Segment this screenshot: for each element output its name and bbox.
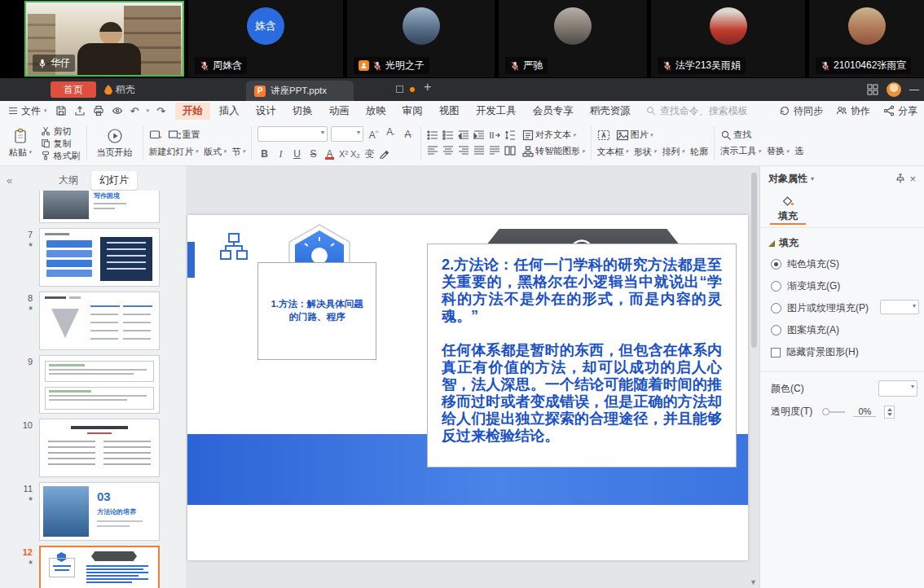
play-from-current-button[interactable]: 当页开始 [93,127,137,160]
paste-button[interactable]: 粘贴▾ [5,127,36,160]
font-color-button[interactable]: A [323,147,337,160]
save-icon[interactable] [55,105,67,116]
docer-tab-button[interactable]: 稻壳 [104,81,135,98]
collapse-sidebar-icon[interactable]: « [7,174,12,186]
find-button[interactable]: 查找 [720,129,751,141]
cut-button[interactable]: 剪切 [41,126,81,136]
home-tab-button[interactable]: 首页 [51,81,96,98]
new-tab-button[interactable]: + [424,80,431,94]
tab-home[interactable]: 开始 [175,103,210,120]
export-icon[interactable] [74,105,86,116]
reset-button[interactable]: 重置 [168,129,200,142]
columns-icon[interactable] [504,145,516,156]
italic-button[interactable]: I [274,147,288,160]
line-spacing-icon[interactable] [504,129,516,141]
strikethrough-button[interactable]: S [306,147,320,160]
outline-button[interactable]: 轮廓 [690,146,708,158]
textbox-button[interactable]: 文本框▾ [597,146,629,158]
slide-canvas[interactable]: 1.方法：解决具体问题的门路、程序 2.方法论：任何一门学科的研究方法都是至关重… [186,166,759,588]
apps-grid-icon[interactable] [867,84,878,95]
minimize-button[interactable]: — [909,84,919,95]
new-slide-button[interactable]: 新建幻灯片▾ [149,146,199,158]
slide-thumbnail-9[interactable] [39,355,160,414]
option-gradient-fill[interactable]: 渐变填充(G) [760,275,924,297]
align-text-button[interactable]: 对齐文本▾ [522,129,585,141]
option-pattern-fill[interactable]: 图案填充(A) [760,319,924,341]
numbered-list-icon[interactable] [442,129,454,141]
align-left-icon[interactable] [427,145,438,156]
tab-docer-resources[interactable]: 稻壳资源 [583,103,638,120]
scroll-down-icon[interactable]: ▼ [750,578,757,586]
increase-indent-icon[interactable] [473,129,485,141]
transparency-value[interactable]: 0% [853,406,876,417]
decrease-indent-icon[interactable] [458,129,469,141]
canvas-scrollbar[interactable] [751,171,757,577]
participant-tile[interactable]: 光明之子 [347,0,495,77]
copy-button[interactable]: 复制 [41,138,81,148]
draw-textbox-icon[interactable] [597,129,610,142]
participant-tile[interactable]: 严驰 [499,0,647,77]
tab-design[interactable]: 设计 [249,103,284,120]
participant-tile[interactable]: 21010462张雨宣 [809,0,924,77]
subscript-button[interactable]: X₂ [350,149,360,159]
share-button[interactable]: 分享 [883,104,917,118]
option-solid-fill[interactable]: 纯色填充(S) [760,253,924,275]
radio-icon[interactable] [771,281,781,292]
section-button[interactable]: 节▾ [232,146,246,158]
increase-font-button[interactable]: A^ [367,126,381,142]
print-icon[interactable] [93,105,104,116]
tab-preview-icon[interactable] [396,86,403,93]
slide-editing-area[interactable]: 1.方法：解决具体问题的门路、程序 2.方法论：任何一门学科的研究方法都是至关重… [187,215,748,560]
new-slide-icon[interactable] [149,129,162,142]
slide-thumbnail-7[interactable] [39,228,160,287]
tab-outline[interactable]: 大纲 [51,171,86,190]
slide-thumbnail-6[interactable]: 写作困境 [39,191,160,223]
slide-thumbnail-11[interactable]: 03 方法论的培养 [39,482,160,541]
scrollbar-thumb[interactable] [751,173,757,348]
participant-tile[interactable]: 姝含 周姝含 [188,0,343,77]
presentation-tools-button[interactable]: 演示工具▾ [720,145,761,157]
bullet-list-icon[interactable] [427,129,438,141]
command-search[interactable]: 查找命令、搜索模板 [646,104,748,118]
font-family-select[interactable] [257,126,328,142]
tab-view[interactable]: 视图 [432,103,467,120]
document-tab[interactable]: P 讲座PPT.pptx [246,81,354,101]
bold-button[interactable]: B [257,147,271,160]
superscript-button[interactable]: X² [339,149,348,159]
transparency-slider[interactable] [824,411,845,413]
tab-animation[interactable]: 动画 [322,103,357,120]
org-chart-icon[interactable] [220,233,248,261]
participant-tile[interactable]: 法学213吴雨娟 [651,0,805,77]
account-avatar[interactable] [887,82,901,97]
tab-slideshow[interactable]: 放映 [359,103,394,120]
tab-developer[interactable]: 开发工具 [469,103,524,120]
font-size-select[interactable] [331,126,363,142]
decrease-font-button[interactable]: Aˇ [384,125,398,143]
slide-thumbnail-8[interactable] [39,292,160,350]
transparency-stepper[interactable] [884,406,895,419]
slider-handle[interactable] [822,408,829,415]
slide-thumbnail-list[interactable]: 6 写作困境 7 * [0,191,186,588]
checkbox-icon[interactable] [771,348,781,358]
tab-slides[interactable]: 幻灯片 [91,171,137,190]
sync-status-button[interactable]: 待同步 [779,104,823,118]
justify-icon[interactable] [473,145,485,156]
tab-review[interactable]: 审阅 [395,103,430,120]
panel-caret-icon[interactable]: ▾ [811,175,814,182]
highlight-pen-icon[interactable] [379,149,389,159]
color-dropdown[interactable] [878,380,917,397]
to-smartart-button[interactable]: 转智能图形▾ [522,145,585,157]
underline-button[interactable]: U [290,147,304,160]
text-direction-icon[interactable] [489,129,500,141]
clear-format-button[interactable]: A [401,128,415,141]
undo-button[interactable]: ↶ [130,106,139,116]
slide-thumbnail-12[interactable] [39,546,160,588]
layout-button[interactable]: 版式▾ [204,146,227,158]
distribute-icon[interactable] [489,145,500,156]
tab-member[interactable]: 会员专享 [526,103,581,120]
tab-transition[interactable]: 切换 [285,103,320,120]
participant-tile-active-speaker[interactable]: 华仔 [24,1,184,77]
fill-section-header[interactable]: 填充 [760,228,924,253]
close-panel-icon[interactable]: × [909,173,916,185]
arrange-button[interactable]: 排列▾ [662,146,685,158]
